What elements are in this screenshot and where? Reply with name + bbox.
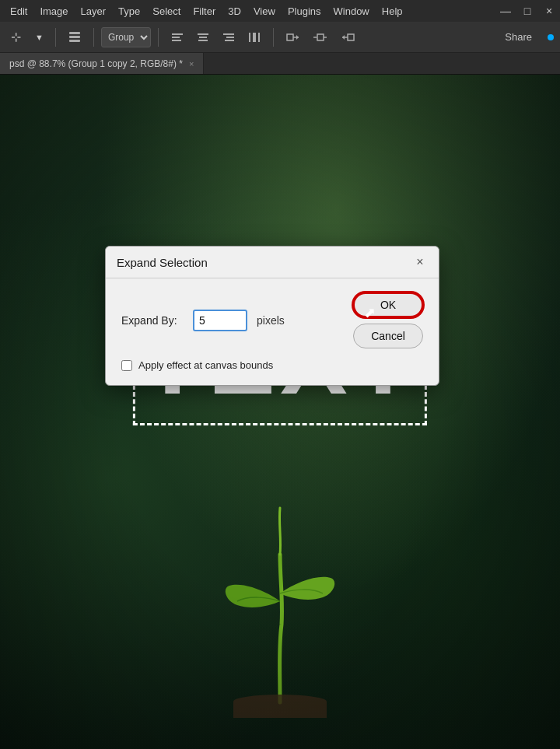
close-button[interactable]: ×: [538, 0, 560, 22]
menu-image[interactable]: Image: [34, 4, 73, 19]
dialog-title: Expand Selection: [117, 256, 208, 269]
cancel-button[interactable]: Cancel: [353, 324, 423, 348]
dialog-titlebar: Expand Selection ×: [106, 247, 439, 278]
menu-help[interactable]: Help: [376, 4, 408, 19]
menu-view[interactable]: View: [248, 4, 281, 19]
maximize-button[interactable]: □: [516, 0, 538, 22]
transform-right-icon[interactable]: [335, 28, 360, 47]
expand-by-label: Expand By:: [121, 314, 184, 327]
tab-label: psd @ 88.7% (Group 1 copy 2, RGB/8#) *: [9, 58, 183, 69]
menu-3d[interactable]: 3D: [222, 4, 247, 19]
svg-rect-10: [226, 37, 234, 38]
transform-center-icon[interactable]: [308, 28, 333, 47]
svg-rect-4: [172, 37, 180, 38]
svg-rect-14: [253, 33, 256, 42]
expand-by-row: Expand By: pixels OK Cancel: [121, 292, 423, 348]
svg-rect-9: [223, 33, 234, 35]
pixels-label: pixels: [257, 314, 285, 327]
tab-bar: psd @ 88.7% (Group 1 copy 2, RGB/8#) * ×: [0, 53, 560, 75]
svg-rect-7: [199, 37, 207, 38]
menu-layer[interactable]: Layer: [75, 4, 112, 19]
svg-rect-6: [198, 33, 208, 35]
toolbar-separator-3: [158, 28, 159, 47]
svg-marker-17: [296, 35, 299, 40]
dialog-body: Expand By: pixels OK Cancel Apply effe: [106, 278, 439, 385]
canvas-bounds-label: Apply effect at canvas bounds: [138, 359, 273, 371]
transform-group: [281, 28, 360, 47]
window-controls: — □ ×: [495, 0, 560, 22]
cancel-label: Cancel: [371, 330, 405, 342]
canvas-area: TEXT Expand Selection × Expand By: pixel…: [0, 75, 560, 749]
soil-illustration: [233, 695, 327, 718]
svg-rect-2: [69, 40, 80, 42]
ok-button[interactable]: OK: [353, 292, 423, 317]
align-left-icon[interactable]: [166, 28, 189, 47]
share-button[interactable]: Share: [497, 29, 540, 45]
minimize-button[interactable]: —: [495, 0, 516, 22]
menu-filter[interactable]: Filter: [187, 4, 221, 19]
tab-close-icon[interactable]: ×: [189, 59, 194, 68]
expand-selection-dialog: Expand Selection × Expand By: pixels OK …: [105, 246, 439, 386]
toolbar-separator-2: [93, 28, 94, 47]
dialog-close-button[interactable]: ×: [412, 254, 428, 270]
align-group: [166, 28, 266, 47]
menu-bar: Edit Image Layer Type Select Filter 3D V…: [0, 0, 560, 22]
checkbox-row: Apply effect at canvas bounds: [121, 359, 423, 371]
menu-select[interactable]: Select: [147, 4, 186, 19]
tool-arrow-icon[interactable]: ▼: [30, 30, 48, 44]
document-tab[interactable]: psd @ 88.7% (Group 1 copy 2, RGB/8#) * ×: [0, 53, 204, 74]
menu-plugins[interactable]: Plugins: [282, 4, 327, 19]
svg-rect-5: [172, 40, 181, 41]
ok-label: OK: [380, 299, 396, 311]
group-dropdown[interactable]: Group: [101, 27, 151, 47]
svg-rect-1: [69, 36, 80, 38]
svg-rect-8: [198, 40, 208, 41]
svg-rect-21: [348, 34, 354, 40]
svg-rect-0: [69, 32, 80, 34]
svg-rect-13: [258, 33, 260, 42]
distribute-icon[interactable]: [243, 28, 266, 47]
align-right-icon[interactable]: [217, 28, 240, 47]
toolbar-separator-1: [55, 28, 56, 47]
move-tool-btn[interactable]: ⊹: [6, 27, 26, 47]
svg-rect-15: [287, 34, 293, 40]
menu-window[interactable]: Window: [328, 4, 375, 19]
menu-edit[interactable]: Edit: [5, 4, 33, 19]
layers-icon[interactable]: [63, 28, 86, 47]
notification-dot: [548, 34, 554, 40]
svg-rect-18: [317, 34, 324, 40]
menu-type[interactable]: Type: [113, 4, 145, 19]
svg-marker-23: [342, 35, 345, 40]
transform-left-icon[interactable]: [281, 28, 306, 47]
plant-illustration: [202, 438, 358, 718]
svg-rect-12: [249, 33, 250, 42]
toolbar-separator-4: [273, 28, 274, 47]
canvas-bounds-checkbox[interactable]: [121, 360, 132, 371]
expand-by-input[interactable]: [193, 310, 247, 331]
toolbar: ⊹ ▼ Group: [0, 22, 560, 53]
dialog-buttons: OK Cancel: [353, 292, 423, 348]
align-center-icon[interactable]: [191, 28, 215, 47]
svg-rect-3: [172, 33, 183, 35]
svg-rect-11: [225, 40, 234, 41]
